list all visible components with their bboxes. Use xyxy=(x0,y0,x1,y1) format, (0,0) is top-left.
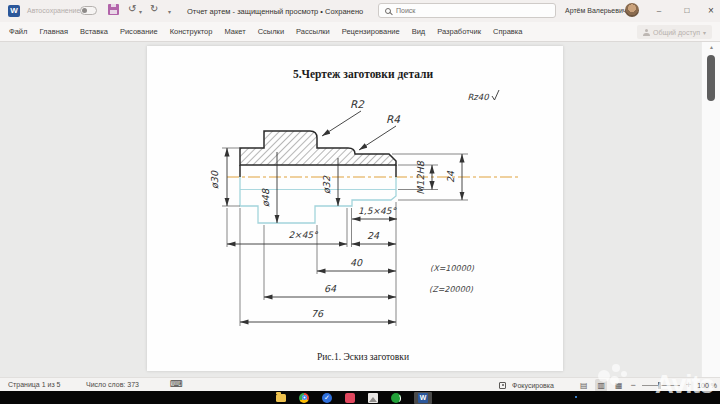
chrome-icon[interactable] xyxy=(299,393,309,403)
roughness-check-icon xyxy=(492,90,499,100)
search-placeholder: Поиск xyxy=(396,7,415,14)
blank-part-drawing: 5.Чертеж заготовки детали xyxy=(147,46,563,371)
doc-heading: 5.Чертеж заготовки детали xyxy=(293,68,434,81)
app-green-icon[interactable] xyxy=(391,393,401,403)
roughness-note: Rz40 xyxy=(467,90,499,102)
part-upper-section xyxy=(240,131,396,177)
focus-toggle[interactable]: Фокусировка xyxy=(512,382,554,389)
document-area: 5.Чертеж заготовки детали xyxy=(0,42,701,377)
tab-file[interactable]: Файл xyxy=(0,22,33,41)
tab-draw[interactable]: Рисование xyxy=(114,22,164,41)
word-count[interactable]: Число слов: 373 xyxy=(86,381,139,388)
roughness-value: Rz40 xyxy=(467,92,490,102)
photos-icon[interactable] xyxy=(368,393,378,403)
dimension-lines xyxy=(227,111,462,322)
document-title: Отчет артем - защищенный просмотр • Сохр… xyxy=(187,7,363,16)
close-button[interactable]: × xyxy=(700,0,720,22)
taskbar-icons: ✓ W xyxy=(276,392,432,403)
search-input[interactable]: Поиск xyxy=(378,3,556,18)
tab-help[interactable]: Справка xyxy=(487,22,528,41)
figure-caption: Рис.1. Эскиз заготовки xyxy=(317,352,409,362)
dim-d30: ø30 xyxy=(209,170,220,189)
person-icon xyxy=(643,29,650,36)
dim-l64: 64 xyxy=(324,283,337,294)
zoom-out-button[interactable]: − xyxy=(631,380,636,390)
avatar[interactable] xyxy=(625,3,639,17)
app-red-icon[interactable] xyxy=(345,393,355,403)
minimize-button[interactable]: – xyxy=(648,0,670,22)
app-blue-icon[interactable]: ✓ xyxy=(322,393,332,403)
tray-notification-dot xyxy=(575,396,577,398)
word-icon: W xyxy=(418,393,428,403)
status-bar: Страница 1 из 5 Число слов: 373 ⌨ Фокуси… xyxy=(0,377,720,391)
tab-design[interactable]: Конструктор xyxy=(164,22,219,41)
share-chevron-icon: ▾ xyxy=(703,29,706,36)
note-x: (X=10000) xyxy=(430,264,475,273)
tab-home[interactable]: Главная xyxy=(33,22,74,41)
autosave-label: Автосохранение xyxy=(27,7,80,14)
tab-layout[interactable]: Макет xyxy=(218,22,251,41)
vertical-scrollbar[interactable]: ▲ xyxy=(701,42,720,377)
document-page[interactable]: 5.Чертеж заготовки детали xyxy=(147,46,563,371)
note-z: (Z=20000) xyxy=(429,285,474,294)
dim-l76: 76 xyxy=(311,308,324,319)
label-r4: R4 xyxy=(386,113,400,125)
extension-lines xyxy=(222,148,468,326)
explorer-icon[interactable] xyxy=(276,394,286,402)
page-indicator[interactable]: Страница 1 из 5 xyxy=(8,381,60,388)
word-taskbar-button[interactable]: W xyxy=(414,392,432,404)
ribbon-tab-row: Файл Главная Вставка Рисование Конструкт… xyxy=(0,22,720,42)
tab-references[interactable]: Ссылки xyxy=(252,22,290,41)
dim-l40: 40 xyxy=(350,257,363,268)
word-window: W Автосохранение ↺ ▾ ↻ ▾ Отчет артем - з… xyxy=(0,0,720,404)
statusbar-right: Фокусировка ▤ ▥ ▦ − + 100 % xyxy=(499,378,717,392)
scroll-up-icon[interactable]: ▲ xyxy=(702,44,720,50)
tab-developer[interactable]: Разработчик xyxy=(431,22,487,41)
dimension-labels: ø30 ø48 ø32 M12H8 24 1,5×45° 2×45° 24 40… xyxy=(209,98,456,319)
taskbar: ✓ W xyxy=(0,391,720,404)
tab-mailings[interactable]: Рассылки xyxy=(290,22,336,41)
dim-chamfer-right: 1,5×45° xyxy=(358,206,397,216)
share-label: Общий доступ xyxy=(653,29,700,36)
redo-icon[interactable]: ↻ xyxy=(150,3,158,14)
dim-thread: M12H8 xyxy=(415,160,426,194)
label-r2: R2 xyxy=(350,98,365,110)
dim-d32: ø32 xyxy=(321,175,332,194)
qat-customize-icon[interactable]: ▾ xyxy=(168,8,171,15)
word-logo-icon[interactable]: W xyxy=(8,5,20,17)
tab-review[interactable]: Рецензирование xyxy=(336,22,406,41)
search-icon xyxy=(385,8,391,14)
focus-icon xyxy=(499,382,506,389)
zoom-slider[interactable] xyxy=(642,385,680,386)
view-web-button[interactable]: ▦ xyxy=(613,379,625,392)
undo-icon[interactable]: ↺ xyxy=(128,3,136,14)
view-read-button[interactable]: ▤ xyxy=(578,379,590,392)
dim-chamfer-left: 2×45° xyxy=(288,230,319,240)
keyboard-icon[interactable]: ⌨ xyxy=(170,379,183,389)
dim-d24: 24 xyxy=(445,170,456,183)
zoom-slider-handle[interactable] xyxy=(658,382,661,389)
title-bar: W Автосохранение ↺ ▾ ↻ ▾ Отчет артем - з… xyxy=(0,0,720,22)
user-name[interactable]: Артём Валерьевич xyxy=(565,7,627,14)
tab-view[interactable]: Вид xyxy=(406,22,432,41)
tab-insert[interactable]: Вставка xyxy=(74,22,114,41)
dim-d48: ø48 xyxy=(260,188,271,207)
zoom-level[interactable]: 100 % xyxy=(697,382,717,389)
share-button[interactable]: Общий доступ ▾ xyxy=(637,25,712,39)
save-icon[interactable] xyxy=(108,4,119,15)
view-print-button[interactable]: ▥ xyxy=(595,379,607,392)
restore-button[interactable]: □ xyxy=(676,0,698,22)
zoom-in-button[interactable]: + xyxy=(686,380,691,390)
dim-l24: 24 xyxy=(367,230,380,241)
machining-notes: (X=10000) (Z=20000) xyxy=(429,264,475,294)
scrollbar-thumb[interactable] xyxy=(707,55,715,101)
autosave-toggle[interactable] xyxy=(80,6,97,15)
undo-chevron-icon[interactable]: ▾ xyxy=(139,8,142,15)
